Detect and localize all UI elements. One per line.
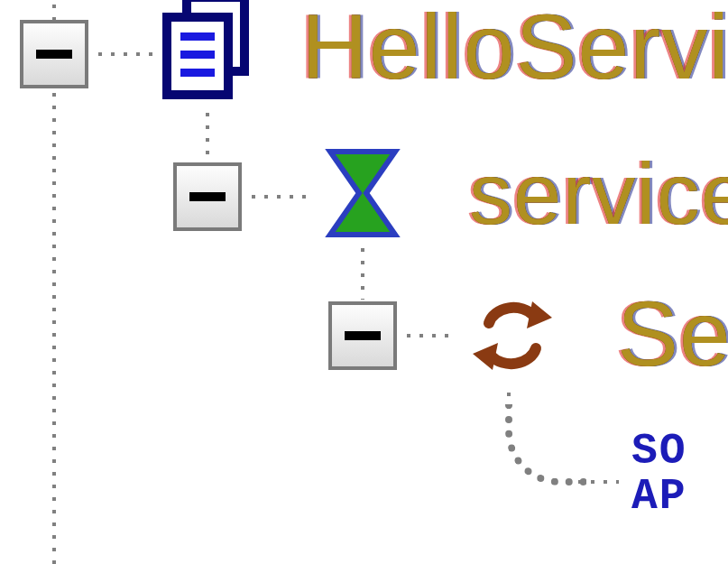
tree-leaf-label: SO bbox=[631, 430, 687, 473]
tree-line bbox=[505, 404, 586, 485]
tree-line bbox=[94, 51, 153, 58]
expand-collapse-toggle[interactable] bbox=[173, 162, 242, 231]
refresh-icon bbox=[462, 285, 561, 384]
expand-collapse-toggle[interactable] bbox=[20, 20, 88, 88]
tree-line bbox=[574, 478, 619, 485]
tree-node-label[interactable]: service bbox=[469, 144, 728, 244]
expand-collapse-toggle[interactable] bbox=[328, 301, 397, 370]
tree-line bbox=[247, 193, 307, 200]
tree-node-label[interactable]: Se bbox=[617, 282, 728, 387]
tree-line bbox=[204, 108, 211, 162]
tree-leaf-label: AP bbox=[631, 475, 687, 518]
interface-icon bbox=[318, 146, 408, 240]
tree-line bbox=[402, 332, 456, 339]
documents-icon bbox=[159, 0, 258, 101]
tree-line bbox=[359, 244, 366, 300]
tree-node-label[interactable]: HelloServi bbox=[301, 0, 728, 100]
